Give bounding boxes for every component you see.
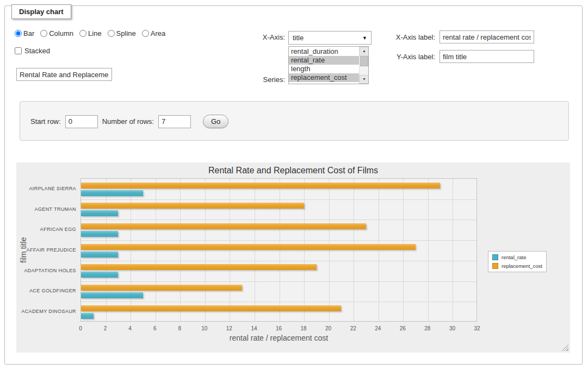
chart-type-option-column[interactable]: Column xyxy=(40,29,73,37)
resize-handle-icon[interactable] xyxy=(561,344,568,351)
chart-type-option-bar[interactable]: Bar xyxy=(15,29,34,37)
gridline-vertical xyxy=(280,179,280,321)
x-axis-selected-value: title xyxy=(293,34,304,42)
gridline-vertical xyxy=(304,179,305,321)
y-axis-label-field-label: Y-Axis label: xyxy=(380,53,435,61)
legend-label: replacement_cost xyxy=(502,263,542,269)
gridline-horizontal xyxy=(81,261,476,261)
listbox-scrollbar[interactable]: ▲ ▼ xyxy=(359,47,368,84)
gridline-horizontal xyxy=(81,240,476,241)
gridline-vertical xyxy=(106,179,107,321)
stacked-checkbox[interactable] xyxy=(15,47,22,54)
chart-type-label: Line xyxy=(88,29,102,37)
series-listbox[interactable]: rental_durationrental_ratelengthreplacem… xyxy=(288,46,369,84)
bar-rental_rate xyxy=(81,313,94,319)
y-tick-label: AIRPLANE SIERRA xyxy=(16,186,76,192)
y-tick-label: AGENT TRUMAN xyxy=(16,206,76,212)
chart-type-label: Bar xyxy=(23,29,34,37)
x-tick-label: 30 xyxy=(449,325,455,331)
y-tick-label: ACADEMY DINOSAUR xyxy=(16,309,76,315)
x-tick-label: 10 xyxy=(201,325,207,331)
series-field-label: Series: xyxy=(231,76,285,84)
series-option-length[interactable]: length xyxy=(289,65,359,73)
chart-type-option-line[interactable]: Line xyxy=(79,29,102,37)
start-row-input[interactable] xyxy=(65,115,98,128)
start-row-label: Start row: xyxy=(30,117,61,126)
x-tick-label: 20 xyxy=(325,325,331,331)
x-axis-select[interactable]: title ▼ xyxy=(288,31,372,45)
x-axis-title: rental rate / replacement cost xyxy=(81,334,477,342)
gridline-horizontal xyxy=(81,220,476,220)
chart-title: Rental Rate and Replacement Cost of Film… xyxy=(16,166,570,175)
bar-replacement_cost xyxy=(81,183,440,189)
stacked-label: Stacked xyxy=(24,47,50,55)
bar-radio[interactable] xyxy=(15,30,22,37)
gridline-horizontal xyxy=(81,281,476,282)
panel-legend-label: Display chart xyxy=(19,8,64,16)
x-axis-label-field-label: X-Axis label: xyxy=(380,33,435,41)
bar-rental_rate xyxy=(81,210,118,216)
spline-radio[interactable] xyxy=(108,30,115,37)
x-axis-field-label: X-Axis: xyxy=(231,33,285,41)
bar-rental_rate xyxy=(81,272,118,278)
gridline-vertical xyxy=(329,179,330,321)
chart-type-radio-group: BarColumnLineSplineArea xyxy=(15,29,169,37)
gridline-vertical xyxy=(403,179,404,321)
line-radio[interactable] xyxy=(79,30,86,37)
x-tick-label: 2 xyxy=(104,325,107,331)
scroll-up-icon[interactable]: ▲ xyxy=(360,47,369,55)
gridline-vertical xyxy=(453,179,453,321)
y-axis-label-input[interactable] xyxy=(440,50,534,63)
x-tick-label: 4 xyxy=(128,325,132,331)
gridline-vertical xyxy=(131,179,131,321)
chart-type-option-area[interactable]: Area xyxy=(142,29,165,37)
scrollbar-thumb[interactable] xyxy=(360,56,368,66)
gridline-vertical xyxy=(255,179,255,321)
series-option-rental_duration[interactable]: rental_duration xyxy=(289,47,359,56)
area-radio[interactable] xyxy=(142,30,149,37)
gridline-vertical xyxy=(180,179,181,321)
x-tick-label: 0 xyxy=(79,325,82,331)
bar-rental_rate xyxy=(81,190,143,196)
x-tick-label: 12 xyxy=(226,325,232,331)
num-rows-label: Number of rows: xyxy=(102,117,154,126)
bar-replacement_cost xyxy=(81,223,366,229)
x-tick-label: 14 xyxy=(251,325,257,331)
gridline-vertical xyxy=(354,179,354,321)
gridline-vertical xyxy=(230,179,230,321)
column-radio[interactable] xyxy=(40,30,47,37)
y-tick-label: ACE GOLDFINGER xyxy=(16,288,76,294)
go-button[interactable]: Go xyxy=(203,115,228,128)
gridline-vertical xyxy=(156,179,156,321)
bar-rental_rate xyxy=(81,292,143,298)
legend-swatch-rental_rate xyxy=(492,254,498,260)
x-tick-label: 8 xyxy=(178,325,181,331)
x-tick-label: 18 xyxy=(301,325,307,331)
chevron-down-icon: ▼ xyxy=(362,35,367,41)
gridline-vertical xyxy=(379,179,379,321)
x-tick-label: 16 xyxy=(276,325,282,331)
series-option-replacement_cost[interactable]: replacement_cost xyxy=(289,73,359,82)
x-tick-label: 22 xyxy=(350,325,356,331)
legend-swatch-replacement_cost xyxy=(492,263,498,269)
x-tick-label: 32 xyxy=(474,325,480,331)
gridline-vertical xyxy=(205,179,206,321)
panel-legend: Display chart xyxy=(11,4,71,19)
chart-type-label: Spline xyxy=(116,29,136,37)
chart-canvas: Rental Rate and Replacement Cost of Film… xyxy=(16,162,570,353)
x-axis-label-input[interactable] xyxy=(440,30,534,43)
chart-type-option-spline[interactable]: Spline xyxy=(108,29,136,37)
y-tick-label: ADAPTATION HOLES xyxy=(16,268,76,274)
stacked-option[interactable]: Stacked xyxy=(15,47,50,55)
chart-legend: rental_ratereplacement_cost xyxy=(488,251,547,272)
chart-title-input[interactable] xyxy=(16,68,112,81)
scroll-down-icon[interactable]: ▼ xyxy=(360,75,369,84)
num-rows-input[interactable] xyxy=(158,115,191,128)
bar-replacement_cost xyxy=(81,244,416,250)
series-option-rental_rate[interactable]: rental_rate xyxy=(289,56,359,65)
gridline-horizontal xyxy=(81,302,476,302)
gridline-vertical xyxy=(428,179,429,321)
x-tick-label: 26 xyxy=(400,325,406,331)
bar-replacement_cost xyxy=(81,305,341,311)
bar-rental_rate xyxy=(81,252,118,258)
